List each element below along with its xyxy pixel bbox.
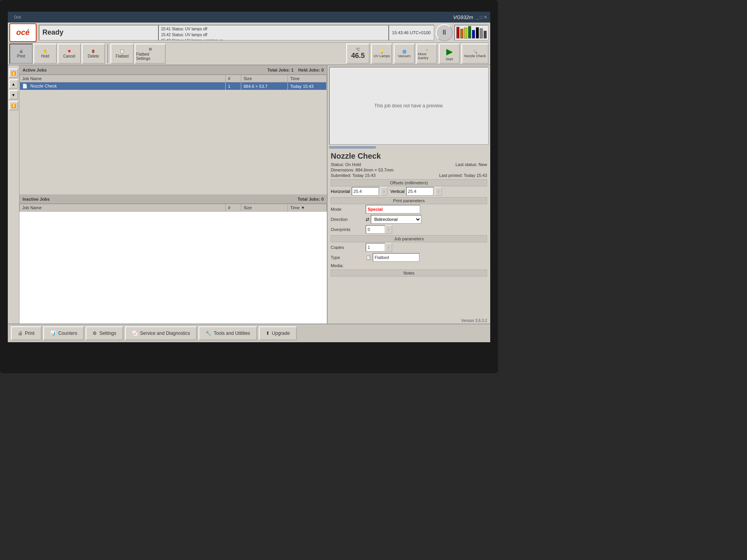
direction-row: Direction ⇄ Bidirectional bbox=[331, 215, 487, 224]
job-name-cell: 📄 Nozzle Check bbox=[20, 82, 226, 90]
mode-row: Mode bbox=[331, 205, 487, 214]
active-jobs-table-wrapper: Job Name # Size Time 📄 bbox=[19, 75, 327, 194]
active-job-row[interactable]: 📄 Nozzle Check 1 884.6 × 53.7 Today 15:4… bbox=[20, 82, 327, 90]
ink-bar-grey bbox=[480, 28, 483, 38]
direction-label: Direction bbox=[331, 217, 366, 222]
horizontal-label: Horizontal bbox=[331, 189, 350, 194]
col-job-name: Job Name bbox=[20, 75, 226, 82]
hold-button[interactable]: ✋ Hold bbox=[33, 44, 57, 64]
version-text: Version 3.6.3.2 bbox=[461, 318, 487, 323]
active-jobs-table: Job Name # Size Time 📄 bbox=[19, 75, 327, 90]
col-inactive-size: Size bbox=[241, 204, 288, 212]
copies-input[interactable] bbox=[366, 243, 385, 252]
ink-bar-black3 bbox=[476, 27, 479, 38]
move-gantry-label: Move Gantry bbox=[418, 52, 436, 60]
horizontal-spinner[interactable]: ⋮ bbox=[381, 187, 388, 196]
job-icon: 📄 bbox=[22, 84, 28, 88]
header: océ Ready 15:41 Status: UV lamps off 15:… bbox=[8, 23, 490, 43]
type-input[interactable] bbox=[373, 253, 419, 262]
ink-bars bbox=[454, 25, 489, 40]
print-button[interactable]: 🖨 Print bbox=[9, 44, 33, 64]
job-time-cell: Today 15:43 bbox=[288, 82, 327, 90]
app: océ Ready 15:41 Status: UV lamps off 15:… bbox=[8, 23, 490, 342]
vacuum-icon: 🌀 bbox=[402, 50, 407, 54]
move-top-button[interactable]: ⏫ bbox=[9, 68, 18, 78]
horizontal-offset-group: Horizontal ⋮ bbox=[331, 187, 388, 196]
overprints-input[interactable] bbox=[366, 225, 385, 234]
copies-label: Copies bbox=[331, 245, 366, 250]
copies-spinner[interactable]: ⋮ bbox=[385, 243, 392, 252]
ink-bar-black2 bbox=[472, 30, 475, 38]
cancel-label: Cancel bbox=[63, 54, 75, 58]
job-details: Nozzle Check Status: On Hold Last status… bbox=[328, 150, 490, 318]
taskbar-print-label: Print bbox=[25, 331, 35, 336]
nozzle-check-icon: 🔍 bbox=[473, 50, 477, 54]
taskbar-upgrade-button[interactable]: ⬆ Upgrade bbox=[259, 326, 297, 340]
direction-select[interactable]: Bidirectional bbox=[371, 215, 421, 224]
vertical-label: Vertical bbox=[391, 189, 405, 194]
taskbar-print-button[interactable]: 🖨 Print bbox=[11, 326, 42, 340]
taskbar-settings-button[interactable]: ⚙ Settings bbox=[86, 326, 123, 340]
left-panel: ⏫ ▲ ▼ ⏬ bbox=[8, 65, 19, 324]
temp-value: 46.5 bbox=[351, 52, 365, 60]
time-text: 15:43:46 UTC+0100 bbox=[392, 30, 431, 35]
inactive-jobs-table-wrapper: Job Name # Size Time ▼ bbox=[19, 204, 327, 324]
move-down-button[interactable]: ▼ bbox=[9, 90, 18, 100]
uv-lamps-button[interactable]: 💡 UV Lamps bbox=[371, 44, 392, 64]
job-params-title: Job parameters bbox=[331, 235, 487, 242]
preview-bar bbox=[329, 146, 376, 149]
active-jobs-header: Active Jobs Total Jobs: 1 Held Jobs: 0 bbox=[19, 65, 327, 75]
vertical-offset-group: Vertical ⋮ bbox=[391, 187, 442, 196]
start-icon: ▶ bbox=[446, 47, 453, 57]
window-controls[interactable]: _ □ ✕ bbox=[476, 15, 487, 20]
inactive-jobs-section: Inactive Jobs Total Jobs: 0 Job Name # S… bbox=[19, 194, 327, 324]
job-status: Status: On Hold bbox=[331, 162, 361, 167]
temperature-display: °C 46.5 bbox=[346, 44, 370, 64]
vacuum-button[interactable]: 🌀 Vacuum bbox=[394, 44, 415, 64]
pause-button[interactable]: ⏸ bbox=[436, 24, 453, 41]
media-label: Media: bbox=[331, 263, 366, 268]
ink-bar-yellow bbox=[464, 28, 467, 38]
overprints-spinner[interactable]: ⋮ bbox=[385, 225, 392, 234]
taskbar-tools-button[interactable]: 🔧 Tools and Utilities bbox=[198, 326, 257, 340]
logo-area: océ bbox=[9, 23, 37, 42]
delete-button[interactable]: 🗑 Delete bbox=[82, 44, 105, 64]
move-up-button[interactable]: ▲ bbox=[9, 79, 18, 89]
hold-icon: ✋ bbox=[43, 49, 47, 53]
move-gantry-button[interactable]: ↔ Move Gantry bbox=[416, 44, 437, 64]
taskbar-service-button[interactable]: 📈 Service and Diagnostics bbox=[125, 326, 197, 340]
last-status: Last status: New bbox=[456, 162, 487, 167]
move-bottom-button[interactable]: ⏬ bbox=[9, 101, 18, 110]
overprints-row: Overprints ⋮ bbox=[331, 225, 487, 234]
col-inactive-time: Time ▼ bbox=[288, 204, 327, 212]
start-button[interactable]: ▶ Start bbox=[439, 44, 460, 64]
taskbar-service-label: Service and Diagnostics bbox=[140, 331, 190, 336]
status-bar: Ready bbox=[39, 25, 158, 40]
cancel-button[interactable]: ✖ Cancel bbox=[58, 44, 81, 64]
job-submitted-row: Submitted: Today 15:43 Last printed: Tod… bbox=[331, 173, 487, 178]
nozzle-check-button[interactable]: 🔍 Nozzle Check bbox=[461, 44, 489, 64]
nozzle-check-label: Nozzle Check bbox=[464, 54, 486, 58]
col-size: Size bbox=[241, 75, 288, 82]
taskbar-tools-icon: 🔧 bbox=[205, 331, 211, 336]
vertical-spinner[interactable]: ⋮ bbox=[435, 187, 442, 196]
start-label: Start bbox=[445, 57, 453, 61]
toolbar-right: °C 46.5 💡 UV Lamps 🌀 Vacuum ↔ Move Gantr… bbox=[346, 44, 489, 64]
vertical-input[interactable] bbox=[406, 187, 433, 196]
status-text: Ready bbox=[42, 28, 63, 37]
flatbed-settings-button[interactable]: ⚙ Flatbed Settings bbox=[135, 44, 166, 64]
offsets-title: Offsets (millimeters) bbox=[331, 179, 487, 186]
col-inactive-number: # bbox=[226, 204, 241, 212]
media-row: Media: bbox=[331, 263, 487, 268]
print-params-title: Print parameters bbox=[331, 197, 487, 204]
jobs-area: Active Jobs Total Jobs: 1 Held Jobs: 0 bbox=[19, 65, 327, 324]
mode-input[interactable] bbox=[366, 205, 420, 214]
taskbar-print-icon: 🖨 bbox=[18, 331, 23, 336]
taskbar-counters-button[interactable]: 📊 Counters bbox=[43, 326, 84, 340]
direction-arrows-icon: ⇄ bbox=[366, 217, 369, 222]
logo-text: océ bbox=[16, 28, 30, 37]
uv-lamps-icon: 💡 bbox=[380, 50, 384, 54]
horizontal-input[interactable] bbox=[352, 187, 379, 196]
taskbar: 🖨 Print 📊 Counters ⚙ Settings 📈 Service … bbox=[8, 324, 490, 342]
flatbed-button[interactable]: 📋 Flatbed bbox=[110, 44, 134, 64]
